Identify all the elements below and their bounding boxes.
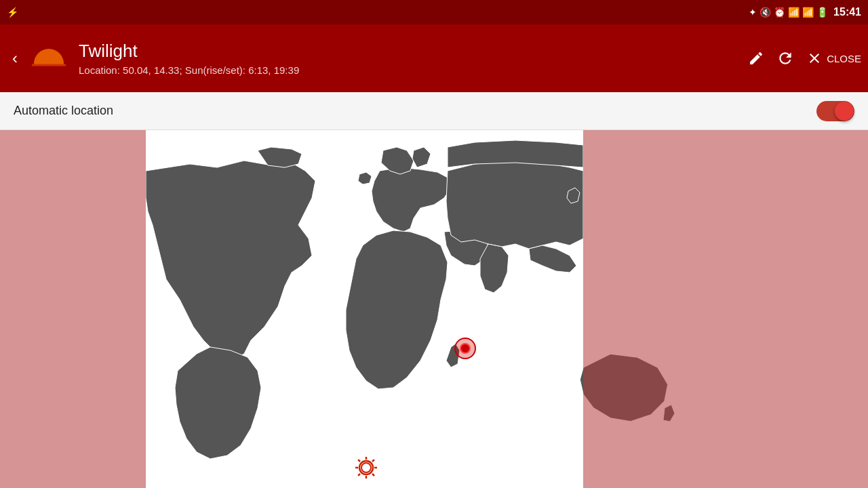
toggle-knob (835, 102, 854, 121)
svg-line-11 (372, 474, 374, 476)
close-icon (806, 50, 823, 66)
location-marker[interactable] (454, 338, 476, 359)
sun-marker (354, 455, 378, 483)
svg-line-10 (358, 460, 360, 462)
usb-icon: ⚡ (7, 7, 18, 18)
refresh-icon (776, 49, 794, 67)
pencil-icon (748, 50, 764, 66)
toggle-row: Automatic location (0, 92, 868, 130)
battery-icon: 🔋 (816, 7, 828, 18)
app-title-area: Twilight Location: 50.04, 14.33; Sun(ris… (79, 41, 748, 76)
app-header: ‹ Twilight Location: 50.04, 14.33; Sun(r… (0, 24, 868, 92)
svg-line-12 (372, 460, 374, 462)
sun-icon (354, 455, 378, 480)
app-icon (28, 38, 69, 79)
signal-icon: 📶 (802, 7, 814, 18)
app-subtitle: Location: 50.04, 14.33; Sun(rise/set): 6… (79, 64, 748, 76)
status-time: 15:41 (833, 6, 861, 18)
map-container[interactable] (0, 130, 868, 488)
app-title: Twilight (79, 41, 748, 62)
status-bar: ⚡ ✦ 🔇 ⏰ 📶 📶 🔋 15:41 (0, 0, 868, 24)
back-button[interactable]: ‹ (7, 43, 23, 73)
wifi-icon: 📶 (788, 7, 800, 18)
close-label: CLOSE (827, 53, 861, 64)
svg-line-13 (358, 474, 360, 476)
bluetooth-icon: ✦ (749, 7, 757, 18)
refresh-button[interactable] (776, 49, 794, 67)
location-marker-dot (460, 343, 471, 354)
location-marker-ring (454, 338, 476, 359)
night-overlay-left (0, 130, 146, 488)
alarm-icon: ⏰ (774, 7, 785, 18)
toggle-label: Automatic location (14, 104, 113, 118)
automatic-location-toggle[interactable] (816, 101, 854, 121)
svg-point-1 (34, 49, 64, 79)
close-button[interactable]: CLOSE (806, 50, 861, 66)
night-overlay-right (583, 130, 868, 488)
mute-icon: 🔇 (760, 7, 771, 18)
header-actions: CLOSE (748, 49, 861, 67)
edit-button[interactable] (748, 50, 764, 66)
